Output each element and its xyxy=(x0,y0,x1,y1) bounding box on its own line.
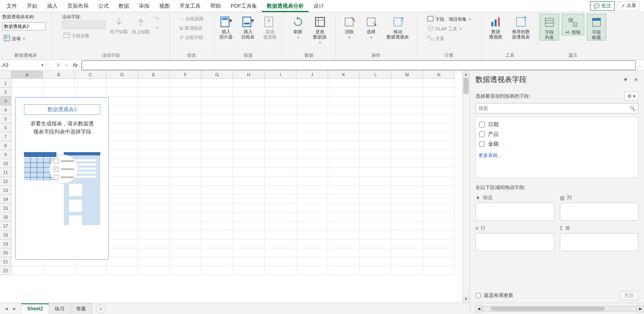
cell[interactable] xyxy=(233,123,265,132)
row-header[interactable]: 12 xyxy=(0,177,11,186)
cell[interactable] xyxy=(391,150,423,159)
scroll-down-icon[interactable]: ▼ xyxy=(462,295,469,303)
cell[interactable] xyxy=(75,266,106,275)
cell[interactable] xyxy=(170,123,201,132)
cell[interactable] xyxy=(391,105,423,114)
cell[interactable] xyxy=(233,105,265,114)
cell[interactable] xyxy=(106,213,138,222)
cell[interactable] xyxy=(201,222,233,230)
pivot-chart-button[interactable]: 数据透视图 xyxy=(486,14,506,40)
tab-pagelayout[interactable]: 页面布局 xyxy=(63,0,93,12)
cell[interactable] xyxy=(106,88,138,97)
cell[interactable] xyxy=(201,230,233,239)
cell[interactable] xyxy=(233,150,265,159)
cell[interactable] xyxy=(360,105,391,114)
fields-items-sets-button[interactable]: 字段、项目和集 xyxy=(426,15,472,23)
insert-slicer-button[interactable]: 插入切片器 xyxy=(216,14,236,40)
field-checkbox[interactable] xyxy=(479,141,485,147)
row-header[interactable]: 19 xyxy=(0,239,11,248)
cell[interactable] xyxy=(265,186,296,195)
cell[interactable] xyxy=(296,266,328,275)
field-checkbox[interactable] xyxy=(479,131,485,137)
cell[interactable] xyxy=(391,257,423,266)
cell[interactable] xyxy=(391,239,423,248)
cell[interactable] xyxy=(11,266,43,275)
cell[interactable] xyxy=(423,123,455,132)
cell[interactable] xyxy=(265,195,296,204)
cell[interactable] xyxy=(360,177,391,186)
cell[interactable] xyxy=(360,168,391,177)
cell[interactable] xyxy=(138,88,170,97)
cell[interactable] xyxy=(265,239,296,248)
cell[interactable] xyxy=(423,248,455,257)
tab-pdf[interactable]: PDF工具集 xyxy=(226,0,262,12)
cell[interactable] xyxy=(201,132,233,141)
cell[interactable] xyxy=(391,204,423,213)
formula-input[interactable] xyxy=(82,60,636,70)
cell[interactable] xyxy=(75,88,106,97)
row-header[interactable]: 21 xyxy=(0,257,11,266)
cell[interactable] xyxy=(423,141,455,150)
cell[interactable] xyxy=(391,132,423,141)
cell[interactable] xyxy=(296,150,328,159)
cell[interactable] xyxy=(201,195,233,204)
cell[interactable] xyxy=(138,213,170,222)
cell[interactable] xyxy=(360,150,391,159)
cell[interactable] xyxy=(233,79,265,88)
cell[interactable] xyxy=(138,257,170,266)
column-header[interactable]: A xyxy=(11,71,43,79)
cell[interactable] xyxy=(201,114,233,123)
cell[interactable] xyxy=(201,248,233,257)
cell[interactable] xyxy=(328,123,360,132)
column-header[interactable]: M xyxy=(391,71,423,79)
cell[interactable] xyxy=(170,141,201,150)
cell[interactable] xyxy=(138,239,170,248)
cell[interactable] xyxy=(296,159,328,168)
cell[interactable] xyxy=(106,257,138,266)
cell[interactable] xyxy=(360,132,391,141)
cell[interactable] xyxy=(170,266,201,275)
row-header[interactable]: 14 xyxy=(0,195,11,204)
cell[interactable] xyxy=(106,177,138,186)
cell[interactable] xyxy=(106,168,138,177)
cell[interactable] xyxy=(296,177,328,186)
cell[interactable] xyxy=(265,141,296,150)
cell[interactable] xyxy=(328,168,360,177)
cell[interactable] xyxy=(201,177,233,186)
cell[interactable] xyxy=(296,257,328,266)
cell[interactable] xyxy=(296,239,328,248)
column-header[interactable]: N xyxy=(423,71,455,79)
cell[interactable] xyxy=(201,239,233,248)
cell[interactable] xyxy=(391,97,423,105)
cell[interactable] xyxy=(265,177,296,186)
cell[interactable] xyxy=(360,222,391,230)
field-item-amount[interactable]: 金额 xyxy=(478,139,635,149)
hscroll-thumb[interactable] xyxy=(491,307,605,311)
cell[interactable] xyxy=(423,150,455,159)
column-header[interactable]: J xyxy=(296,71,328,79)
cell[interactable] xyxy=(423,177,455,186)
vertical-scrollbar[interactable]: ▲ ▼ xyxy=(462,71,469,303)
cell[interactable] xyxy=(170,177,201,186)
row-header[interactable]: 15 xyxy=(0,204,11,213)
cell[interactable] xyxy=(233,114,265,123)
cell[interactable] xyxy=(360,195,391,204)
cell[interactable] xyxy=(265,257,296,266)
cell[interactable] xyxy=(106,141,138,150)
cell[interactable] xyxy=(233,97,265,105)
cell[interactable] xyxy=(328,97,360,105)
cell[interactable] xyxy=(360,230,391,239)
cell[interactable] xyxy=(233,222,265,230)
cell[interactable] xyxy=(233,159,265,168)
cell[interactable] xyxy=(328,79,360,88)
cell[interactable] xyxy=(265,97,296,105)
cell[interactable] xyxy=(328,248,360,257)
change-datasource-button[interactable]: 更改数据源 xyxy=(310,14,330,45)
cell[interactable] xyxy=(296,222,328,230)
recommended-pivot-button[interactable]: ? 推荐的数据透视表 xyxy=(508,14,534,40)
row-header[interactable]: 11 xyxy=(0,168,11,177)
cell[interactable] xyxy=(233,239,265,248)
cell[interactable] xyxy=(296,168,328,177)
cell[interactable] xyxy=(328,257,360,266)
cell[interactable] xyxy=(423,132,455,141)
